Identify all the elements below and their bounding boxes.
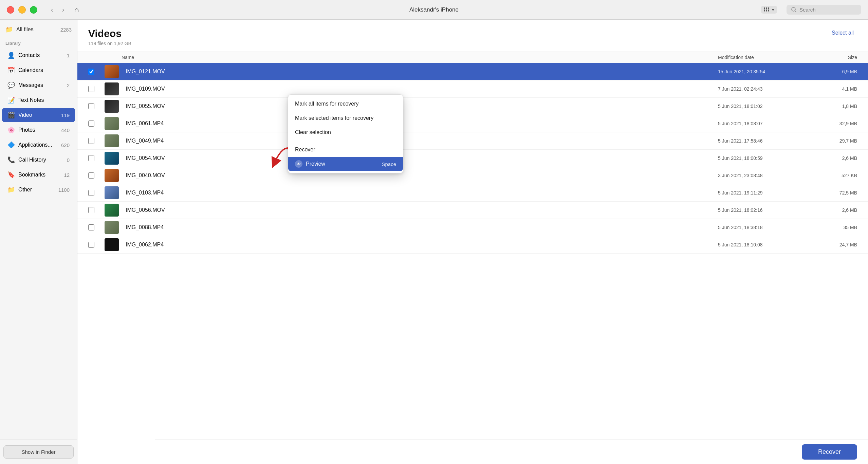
titlebar-controls: ‹ › ⌂ [7,4,79,15]
grid-icon [764,7,770,12]
row-checkbox[interactable] [88,138,94,144]
home-button[interactable]: ⌂ [74,5,79,14]
file-name: IMG_0103.MP4 [122,190,718,196]
context-mark-selected[interactable]: Mark selected items for recovery [288,111,403,125]
row-checkbox[interactable] [88,69,94,75]
file-size: 6,9 MB [806,69,857,74]
svg-rect-2 [768,7,769,9]
row-checkbox[interactable] [88,242,94,248]
search-input[interactable] [799,7,850,13]
svg-point-9 [792,7,795,11]
file-date: 5 Jun 2021, 18:08:07 [718,121,806,126]
file-size: 72,5 MB [806,190,857,196]
recover-button[interactable]: Recover [802,444,857,460]
table-row[interactable]: IMG_0049.MP4 5 Jun 2021, 17:58:46 29,7 M… [77,132,868,150]
callhistory-count: 0 [67,157,70,163]
table-row[interactable]: IMG_0121.MOV 15 Jun 2021, 20:35:54 6,9 M… [77,63,868,80]
table-row[interactable]: IMG_0056.MOV 5 Jun 2021, 18:02:16 2,6 MB [77,202,868,219]
library-section-label: Library [0,38,77,48]
file-thumbnail [105,65,119,78]
sidebar-item-video[interactable]: 🎬 Video 119 [2,108,75,122]
sidebar-item-calendars[interactable]: 📅 Calendars [2,63,75,77]
row-checkbox[interactable] [88,224,94,230]
sidebar-item-contacts[interactable]: 👤 Contacts 1 [2,48,75,62]
context-clear-selection[interactable]: Clear selection [288,125,403,140]
show-in-finder-button[interactable]: Show in Finder [3,445,74,459]
row-checkbox[interactable] [88,86,94,92]
table-row[interactable]: IMG_0109.MOV 7 Jun 2021, 02:24:43 4,1 MB [77,80,868,98]
row-checkbox[interactable] [88,103,94,109]
other-icon: 📁 [7,186,15,193]
sidebar-item-photos[interactable]: 🌸 Photos 440 [2,123,75,137]
content-header: Videos 119 files on 1,92 GB Select all [77,20,868,52]
textnotes-label-group: 📝 Text Notes [7,96,44,104]
search-box[interactable] [787,5,861,15]
forward-button[interactable]: › [59,4,67,15]
preview-label: Preview [306,161,325,167]
sidebar-item-applications[interactable]: 🔷 Applications... 620 [2,138,75,152]
context-mark-all[interactable]: Mark all items for recovery [288,97,403,111]
row-checkbox[interactable] [88,172,94,179]
file-name: IMG_0121.MOV [122,69,718,75]
file-thumbnail [105,117,119,130]
row-checkbox[interactable] [88,120,94,127]
file-thumbnail [105,82,119,95]
close-button[interactable] [7,6,14,14]
minimize-button[interactable] [18,6,26,14]
row-checkbox[interactable] [88,190,94,196]
select-all-button[interactable]: Select all [828,28,857,38]
file-date: 5 Jun 2021, 18:00:59 [718,155,806,161]
other-label: Other [18,187,32,193]
sidebar-item-messages[interactable]: 💬 Messages 2 [2,78,75,92]
view-toggle-button[interactable]: ▾ [761,6,777,14]
file-date: 5 Jun 2021, 18:38:18 [718,225,806,230]
file-name: IMG_0109.MOV [122,86,718,92]
other-label-group: 📁 Other [7,186,32,193]
table-row[interactable]: IMG_0054.MOV 5 Jun 2021, 18:00:59 2,6 MB [77,150,868,167]
other-count: 1100 [58,187,70,193]
applications-label-group: 🔷 Applications... [7,141,52,149]
app-body: 📁 All files 2283 Library 👤 Contacts 1 📅 … [0,20,868,464]
nav-buttons: ‹ › [48,4,67,15]
file-size: 32,9 MB [806,121,857,126]
table-row[interactable]: IMG_0103.MP4 5 Jun 2021, 19:11:29 72,5 M… [77,184,868,202]
table-row[interactable]: IMG_0055.MOV 5 Jun 2021, 18:01:02 1,8 MB [77,98,868,115]
file-name: IMG_0040.MOV [122,172,718,179]
context-preview-item[interactable]: 👁 Preview Space [288,157,403,171]
preview-shortcut: Space [382,161,396,167]
sidebar-allfiles-item[interactable]: 📁 All files 2283 [0,20,77,38]
contacts-label-group: 👤 Contacts [7,52,40,59]
sidebar-item-bookmarks[interactable]: 🔖 Bookmarks 12 [2,168,75,182]
photos-icon: 🌸 [7,126,15,134]
row-checkbox[interactable] [88,207,94,213]
context-recover[interactable]: Recover [288,143,403,157]
contacts-icon: 👤 [7,52,15,59]
fullscreen-button[interactable] [30,6,37,14]
file-date: 5 Jun 2021, 18:10:08 [718,242,806,247]
svg-rect-8 [768,12,769,12]
table-row[interactable]: IMG_0040.MOV 3 Jun 2021, 23:08:48 527 KB [77,167,868,184]
file-date: 5 Jun 2021, 19:11:29 [718,190,806,196]
bookmarks-icon: 🔖 [7,171,15,179]
table-row[interactable]: IMG_0088.MP4 5 Jun 2021, 18:38:18 35 MB [77,219,868,236]
recover-footer: Recover [155,440,868,464]
file-size: 527 KB [806,173,857,178]
header-date: Modification date [718,55,806,60]
table-row[interactable]: IMG_0061.MP4 5 Jun 2021, 18:08:07 32,9 M… [77,115,868,132]
sidebar-item-other[interactable]: 📁 Other 1100 [2,183,75,197]
back-button[interactable]: ‹ [48,4,56,15]
svg-rect-0 [764,7,765,9]
allfiles-label-group: 📁 All files [5,26,34,33]
file-name: IMG_0056.MOV [122,207,718,213]
search-icon [791,7,797,13]
sidebar-item-textnotes[interactable]: 📝 Text Notes [2,93,75,107]
header-thumb [105,55,122,60]
sidebar-item-callhistory[interactable]: 📞 Call History 0 [2,153,75,167]
applications-icon: 🔷 [7,141,15,149]
sidebar: 📁 All files 2283 Library 👤 Contacts 1 📅 … [0,20,77,464]
titlebar: ‹ › ⌂ Aleksandr's iPhone ▾ [0,0,868,20]
bookmarks-label-group: 🔖 Bookmarks [7,171,45,179]
row-checkbox[interactable] [88,155,94,161]
table-row[interactable]: IMG_0062.MP4 5 Jun 2021, 18:10:08 24,7 M… [77,236,868,254]
svg-rect-7 [766,12,767,12]
